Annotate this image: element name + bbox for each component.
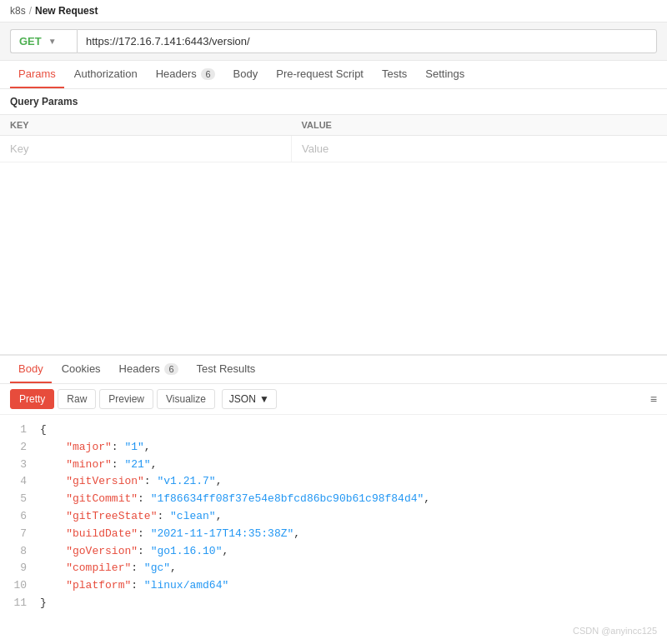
- response-tab-body[interactable]: Body: [10, 356, 52, 383]
- chevron-down-icon: ▼: [259, 393, 269, 405]
- tab-body[interactable]: Body: [225, 61, 267, 88]
- response-tab-test-results[interactable]: Test Results: [188, 356, 264, 383]
- format-preview[interactable]: Preview: [99, 389, 153, 409]
- response-headers-badge: 6: [164, 363, 178, 375]
- format-pretty[interactable]: Pretty: [10, 389, 54, 409]
- url-input[interactable]: [77, 29, 657, 53]
- json-line-9: 9 "compiler": "gc",: [10, 560, 657, 577]
- json-line-7: 7 "buildDate": "2021-11-17T14:35:38Z",: [10, 526, 657, 543]
- watermark: CSDN @anyincc125: [0, 619, 667, 642]
- request-tabs: Params Authorization Headers 6 Body Pre-…: [0, 61, 667, 89]
- response-tab-cookies[interactable]: Cookies: [53, 356, 109, 383]
- tab-tests[interactable]: Tests: [374, 61, 415, 88]
- key-cell[interactable]: Key: [0, 136, 291, 162]
- json-line-11: 11 }: [10, 595, 657, 612]
- headers-badge: 6: [201, 68, 214, 80]
- breadcrumb-separator: /: [29, 5, 32, 17]
- response-area: Body Cookies Headers 6 Test Results Pret…: [0, 354, 667, 619]
- json-content: 1 { 2 "major": "1", 3 "minor": "21", 4 "…: [0, 415, 667, 619]
- format-visualize[interactable]: Visualize: [157, 389, 215, 409]
- tab-settings[interactable]: Settings: [417, 61, 473, 88]
- response-tab-headers[interactable]: Headers 6: [111, 356, 187, 383]
- empty-space: [0, 162, 667, 354]
- response-tabs: Body Cookies Headers 6 Test Results: [0, 356, 667, 384]
- breadcrumb-current: New Request: [35, 5, 98, 17]
- table-row: Key Value: [0, 136, 667, 162]
- url-bar: GET ▼: [0, 22, 667, 61]
- col-key: KEY: [0, 115, 291, 136]
- json-line-1: 1 {: [10, 422, 657, 439]
- tab-pre-request[interactable]: Pre-request Script: [268, 61, 372, 88]
- json-format-select[interactable]: JSON ▼: [222, 389, 277, 409]
- tab-authorization[interactable]: Authorization: [66, 61, 146, 88]
- json-format-label: JSON: [229, 393, 256, 405]
- json-line-10: 10 "platform": "linux/amd64": [10, 577, 657, 595]
- tab-params[interactable]: Params: [10, 61, 64, 88]
- method-label: GET: [19, 35, 42, 47]
- chevron-down-icon: ▼: [48, 37, 57, 46]
- format-raw[interactable]: Raw: [58, 389, 96, 409]
- json-line-4: 4 "gitVersion": "v1.21.7",: [10, 473, 657, 491]
- col-value: VALUE: [291, 115, 667, 136]
- format-row: Pretty Raw Preview Visualize JSON ▼ ≡: [0, 384, 667, 415]
- breadcrumb-parent[interactable]: k8s: [10, 5, 26, 17]
- query-params-label: Query Params: [0, 89, 667, 114]
- json-line-3: 3 "minor": "21",: [10, 457, 657, 474]
- json-line-5: 5 "gitCommit": "1f86634ff08f37e54e8bfcd8…: [10, 491, 657, 508]
- json-line-8: 8 "goVersion": "go1.16.10",: [10, 543, 657, 561]
- json-line-2: 2 "major": "1",: [10, 439, 657, 457]
- breadcrumb: k8s / New Request: [0, 0, 667, 22]
- json-line-6: 6 "gitTreeState": "clean",: [10, 508, 657, 526]
- method-select[interactable]: GET ▼: [10, 29, 77, 53]
- value-cell[interactable]: Value: [291, 136, 667, 162]
- tab-headers[interactable]: Headers 6: [148, 61, 223, 88]
- wrap-icon[interactable]: ≡: [650, 392, 657, 406]
- params-table: KEY VALUE Key Value: [0, 114, 667, 162]
